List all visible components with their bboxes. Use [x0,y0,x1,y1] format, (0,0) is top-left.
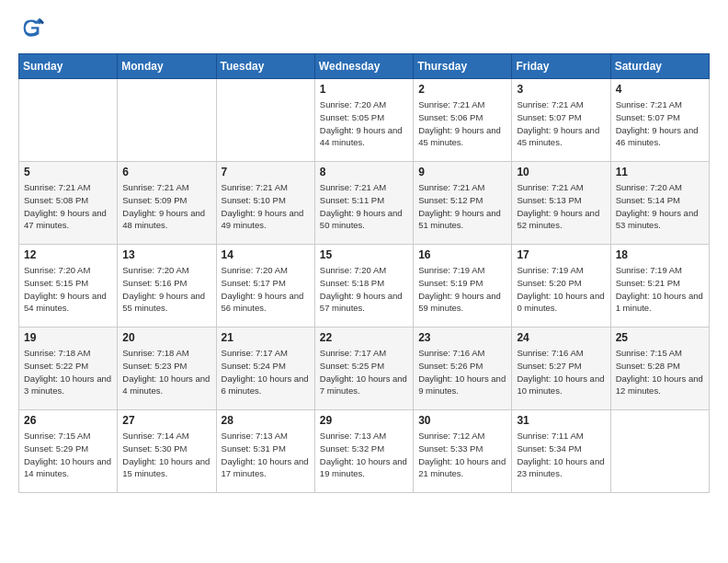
day-number: 26 [24,414,112,427]
day-number: 29 [320,414,408,427]
calendar-cell: 13Sunrise: 7:20 AMSunset: 5:16 PMDayligh… [118,245,216,327]
day-number: 2 [418,83,506,96]
calendar-cell [118,79,216,162]
day-info: Sunrise: 7:21 AMSunset: 5:09 PMDaylight:… [122,181,210,232]
day-info: Sunrise: 7:17 AMSunset: 5:25 PMDaylight:… [320,347,408,397]
day-number: 8 [320,166,408,178]
day-number: 30 [418,414,506,427]
day-info: Sunrise: 7:20 AMSunset: 5:14 PMDaylight:… [616,181,704,232]
calendar-cell [610,410,709,493]
day-info: Sunrise: 7:15 AMSunset: 5:29 PMDaylight:… [24,430,112,480]
day-info: Sunrise: 7:21 AMSunset: 5:06 PMDaylight:… [418,98,506,149]
calendar-cell: 27Sunrise: 7:14 AMSunset: 5:30 PMDayligh… [118,410,216,493]
calendar-cell: 6Sunrise: 7:21 AMSunset: 5:09 PMDaylight… [118,162,216,245]
weekday-header: Wednesday [314,54,413,79]
calendar-cell: 30Sunrise: 7:12 AMSunset: 5:33 PMDayligh… [414,410,512,493]
calendar-cell: 15Sunrise: 7:20 AMSunset: 5:18 PMDayligh… [314,245,413,327]
day-info: Sunrise: 7:18 AMSunset: 5:23 PMDaylight:… [122,347,210,397]
day-number: 12 [24,248,112,261]
logo-icon [18,15,44,40]
day-info: Sunrise: 7:12 AMSunset: 5:33 PMDaylight:… [418,430,506,480]
day-info: Sunrise: 7:13 AMSunset: 5:32 PMDaylight:… [320,430,408,480]
calendar-week-row: 19Sunrise: 7:18 AMSunset: 5:22 PMDayligh… [19,327,710,410]
calendar-week-row: 5Sunrise: 7:21 AMSunset: 5:08 PMDaylight… [19,162,710,245]
day-number: 14 [222,248,310,261]
page: SundayMondayTuesdayWednesdayThursdayFrid… [0,0,728,508]
day-number: 24 [517,331,605,344]
day-number: 5 [24,166,112,178]
day-number: 11 [616,166,704,178]
calendar-cell: 2Sunrise: 7:21 AMSunset: 5:06 PMDaylight… [414,79,512,162]
day-number: 19 [24,331,112,344]
day-info: Sunrise: 7:11 AMSunset: 5:34 PMDaylight:… [517,430,605,480]
day-info: Sunrise: 7:16 AMSunset: 5:26 PMDaylight:… [418,347,506,397]
day-number: 1 [320,83,408,96]
weekday-header: Friday [512,54,610,79]
day-info: Sunrise: 7:14 AMSunset: 5:30 PMDaylight:… [122,430,210,480]
weekday-header: Thursday [414,54,512,79]
day-number: 10 [517,166,605,178]
calendar-cell: 8Sunrise: 7:21 AMSunset: 5:11 PMDaylight… [314,162,413,245]
calendar-cell: 5Sunrise: 7:21 AMSunset: 5:08 PMDaylight… [19,162,118,245]
calendar-cell: 10Sunrise: 7:21 AMSunset: 5:13 PMDayligh… [512,162,610,245]
calendar-cell: 23Sunrise: 7:16 AMSunset: 5:26 PMDayligh… [414,327,512,410]
day-info: Sunrise: 7:21 AMSunset: 5:13 PMDaylight:… [517,181,605,232]
calendar-cell: 12Sunrise: 7:20 AMSunset: 5:15 PMDayligh… [19,245,118,327]
day-info: Sunrise: 7:17 AMSunset: 5:24 PMDaylight:… [222,347,310,397]
calendar-cell: 24Sunrise: 7:16 AMSunset: 5:27 PMDayligh… [512,327,610,410]
day-number: 18 [616,248,704,261]
day-info: Sunrise: 7:15 AMSunset: 5:28 PMDaylight:… [616,347,704,397]
logo [18,15,46,42]
header [18,15,710,42]
calendar-header-row: SundayMondayTuesdayWednesdayThursdayFrid… [19,54,710,79]
calendar-week-row: 26Sunrise: 7:15 AMSunset: 5:29 PMDayligh… [19,410,710,493]
day-info: Sunrise: 7:20 AMSunset: 5:05 PMDaylight:… [320,98,408,149]
day-info: Sunrise: 7:20 AMSunset: 5:18 PMDaylight:… [320,264,408,315]
day-number: 7 [222,166,310,178]
day-info: Sunrise: 7:21 AMSunset: 5:12 PMDaylight:… [418,181,506,232]
calendar-cell: 4Sunrise: 7:21 AMSunset: 5:07 PMDaylight… [610,79,709,162]
day-number: 13 [122,248,210,261]
calendar-cell: 9Sunrise: 7:21 AMSunset: 5:12 PMDaylight… [414,162,512,245]
weekday-header: Sunday [19,54,118,79]
calendar-week-row: 12Sunrise: 7:20 AMSunset: 5:15 PMDayligh… [19,245,710,327]
calendar-cell: 22Sunrise: 7:17 AMSunset: 5:25 PMDayligh… [314,327,413,410]
calendar-cell: 3Sunrise: 7:21 AMSunset: 5:07 PMDaylight… [512,79,610,162]
day-info: Sunrise: 7:19 AMSunset: 5:19 PMDaylight:… [418,264,506,315]
calendar-cell [19,79,118,162]
day-info: Sunrise: 7:21 AMSunset: 5:11 PMDaylight:… [320,181,408,232]
day-number: 15 [320,248,408,261]
calendar-cell: 14Sunrise: 7:20 AMSunset: 5:17 PMDayligh… [216,245,314,327]
day-number: 22 [320,331,408,344]
calendar-cell: 20Sunrise: 7:18 AMSunset: 5:23 PMDayligh… [118,327,216,410]
calendar-cell: 18Sunrise: 7:19 AMSunset: 5:21 PMDayligh… [610,245,709,327]
day-info: Sunrise: 7:21 AMSunset: 5:07 PMDaylight:… [517,98,605,149]
calendar-cell: 16Sunrise: 7:19 AMSunset: 5:19 PMDayligh… [414,245,512,327]
calendar-cell: 28Sunrise: 7:13 AMSunset: 5:31 PMDayligh… [216,410,314,493]
calendar-week-row: 1Sunrise: 7:20 AMSunset: 5:05 PMDaylight… [19,79,710,162]
calendar-cell: 29Sunrise: 7:13 AMSunset: 5:32 PMDayligh… [314,410,413,493]
calendar-cell: 7Sunrise: 7:21 AMSunset: 5:10 PMDaylight… [216,162,314,245]
calendar-cell: 17Sunrise: 7:19 AMSunset: 5:20 PMDayligh… [512,245,610,327]
day-number: 25 [616,331,704,344]
day-info: Sunrise: 7:20 AMSunset: 5:15 PMDaylight:… [24,264,112,315]
day-number: 4 [616,83,704,96]
day-number: 31 [517,414,605,427]
day-number: 6 [122,166,210,178]
calendar-cell: 11Sunrise: 7:20 AMSunset: 5:14 PMDayligh… [610,162,709,245]
day-number: 28 [222,414,310,427]
day-number: 17 [517,248,605,261]
day-info: Sunrise: 7:13 AMSunset: 5:31 PMDaylight:… [222,430,310,480]
day-info: Sunrise: 7:19 AMSunset: 5:20 PMDaylight:… [517,264,605,315]
calendar-cell: 26Sunrise: 7:15 AMSunset: 5:29 PMDayligh… [19,410,118,493]
day-info: Sunrise: 7:20 AMSunset: 5:17 PMDaylight:… [222,264,310,315]
calendar-cell [216,79,314,162]
day-info: Sunrise: 7:19 AMSunset: 5:21 PMDaylight:… [616,264,704,315]
calendar-cell: 31Sunrise: 7:11 AMSunset: 5:34 PMDayligh… [512,410,610,493]
weekday-header: Monday [118,54,216,79]
calendar-cell: 1Sunrise: 7:20 AMSunset: 5:05 PMDaylight… [314,79,413,162]
weekday-header: Tuesday [216,54,314,79]
day-number: 20 [122,331,210,344]
day-number: 9 [418,166,506,178]
day-number: 21 [222,331,310,344]
